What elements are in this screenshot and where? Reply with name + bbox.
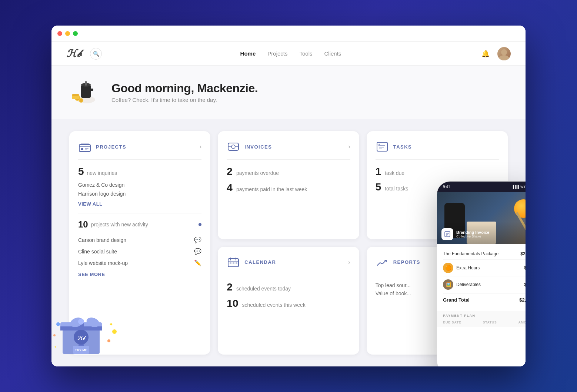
project-item-1[interactable]: Gomez & Co design xyxy=(78,180,201,189)
activity-item-1-name: Carson brand design xyxy=(78,237,126,243)
view-all-link[interactable]: VIEW ALL xyxy=(78,201,103,207)
close-button[interactable] xyxy=(57,31,62,36)
nav-clients-link[interactable]: Clients xyxy=(324,50,341,57)
svg-rect-5 xyxy=(90,89,93,91)
reports-icon xyxy=(376,256,389,269)
invoice-stat-1: 2 payments overdue xyxy=(227,166,350,177)
svg-rect-23 xyxy=(377,142,387,151)
user-avatar[interactable] xyxy=(497,47,511,60)
tasks-header-left: TASKS xyxy=(376,140,412,153)
invoices-card-title: INVOICES xyxy=(244,144,272,150)
reports-card-title: REPORTS xyxy=(393,259,420,265)
notifications-bell[interactable]: 🔔 xyxy=(480,48,491,60)
maximize-button[interactable] xyxy=(73,31,78,36)
traffic-lights xyxy=(57,31,78,36)
svg-rect-14 xyxy=(81,143,89,145)
activity-count: 10 xyxy=(78,219,88,230)
projects-arrow-icon[interactable]: › xyxy=(200,143,201,150)
phone-hero-image: Branding Invoice Collective Shake xyxy=(437,192,526,244)
invoice-icon xyxy=(441,228,453,240)
tasks-card-title: TASKS xyxy=(393,144,412,150)
line-item-1-name: The Fundamentals Package xyxy=(443,251,498,256)
inquiries-label: new inquiries xyxy=(87,170,117,176)
task-due-label: task due xyxy=(385,170,404,176)
svg-point-1 xyxy=(499,55,509,60)
payment-plan-section: PAYMENT PLAN DUE DATE STATUS AMOUNT xyxy=(437,311,526,327)
svg-rect-13 xyxy=(79,144,90,152)
calendar-week-count: 10 xyxy=(227,298,238,309)
invoice-badge-info: Branding Invoice Collective Shake xyxy=(456,230,489,238)
edit-icon-3: ✏️ xyxy=(194,259,201,266)
svg-rect-17 xyxy=(85,148,89,149)
signal-icon: ▐▐▐ xyxy=(512,185,519,189)
nav-home-link[interactable]: Home xyxy=(240,50,256,57)
project-item-2[interactable]: Harrison logo design xyxy=(78,189,201,198)
invoice-badge: Branding Invoice Collective Shake xyxy=(441,228,489,240)
phone-time: 9:41 xyxy=(443,185,450,189)
amount-header: AMOUNT xyxy=(518,320,526,324)
invoices-header-left: INVOICES xyxy=(227,140,272,153)
line-item-1-price: $2,000 xyxy=(520,251,526,256)
hero-illustration xyxy=(69,77,103,107)
comment-icon-2: 💬 xyxy=(194,248,201,255)
svg-point-50 xyxy=(56,322,60,326)
calendar-today-count: 2 xyxy=(227,281,233,293)
projects-icon xyxy=(78,140,91,153)
invoice-paid-count: 4 xyxy=(227,182,233,194)
activity-indicator xyxy=(199,223,201,226)
activity-header: 10 projects with new activity xyxy=(78,219,201,230)
minimize-button[interactable] xyxy=(65,31,70,36)
svg-point-49 xyxy=(112,329,117,334)
activity-item-1[interactable]: Carson brand design 💬 xyxy=(78,234,201,246)
new-inquiries-stat: 5 new inquiries xyxy=(78,166,201,177)
due-date-header: DUE DATE xyxy=(443,320,461,324)
svg-point-44 xyxy=(78,319,84,325)
section-divider xyxy=(78,213,201,213)
nav-center: Home Projects Tools Clients xyxy=(240,50,341,57)
see-more-link[interactable]: SEE MORE xyxy=(78,272,105,277)
phone-content: The Fundamentals Package $2,000 🟠 Extra … xyxy=(437,244,526,311)
calendar-today-label: scheduled events today xyxy=(236,286,291,292)
activity-item-3[interactable]: Lyle website mock-up ✏️ xyxy=(78,257,201,269)
line-item-3-name: Deliverables xyxy=(456,282,481,287)
greeting-heading: Good morning, Mackenzie. xyxy=(111,82,258,95)
calendar-icon xyxy=(227,256,240,269)
task-total-count: 5 xyxy=(376,181,381,193)
calendar-arrow-icon[interactable]: › xyxy=(348,259,350,266)
activity-item-2[interactable]: Cline social suite 💬 xyxy=(78,246,201,257)
line-item-2-price: $200 xyxy=(524,265,526,270)
invoice-overdue-label: payments overdue xyxy=(236,170,279,176)
projects-card-header: PROJECTS › xyxy=(78,140,201,160)
nav-right: 🔔 xyxy=(480,47,511,60)
svg-point-20 xyxy=(231,145,235,149)
line-item-3-with-icon: 🖼️ Deliverables xyxy=(443,279,481,290)
mac-titlebar xyxy=(51,26,526,42)
search-icon: 🔍 xyxy=(93,51,99,57)
nav-tools-link[interactable]: Tools xyxy=(299,50,312,57)
comment-icon-1: 💬 xyxy=(194,236,201,243)
svg-text:✦: ✦ xyxy=(54,345,57,349)
wifi-icon: WiFi xyxy=(520,185,526,189)
nav-projects-link[interactable]: Projects xyxy=(267,50,287,57)
top-nav: ℋ𝒷 🔍 Home Projects Tools Clients 🔔 xyxy=(51,42,526,66)
invoices-card-header: INVOICES › xyxy=(227,140,350,160)
status-header: STATUS xyxy=(483,320,497,324)
grand-total-row: Grand Total $2,400 xyxy=(443,293,526,306)
activity-item-3-name: Lyle website mock-up xyxy=(78,260,128,266)
svg-rect-31 xyxy=(230,262,231,264)
invoices-icon xyxy=(227,140,240,153)
svg-rect-33 xyxy=(236,262,237,264)
extra-hours-icon: 🟠 xyxy=(443,263,453,273)
greeting-subtitle: Coffee? Check. It's time to take on the … xyxy=(111,97,258,103)
svg-point-51 xyxy=(107,339,110,342)
svg-rect-34 xyxy=(445,232,450,237)
orange-prop xyxy=(514,199,526,218)
svg-rect-18 xyxy=(85,149,87,150)
deliverables-icon: 🖼️ xyxy=(443,279,453,290)
invoices-arrow-icon[interactable]: › xyxy=(348,143,350,150)
task-total-label: total tasks xyxy=(385,186,408,192)
search-button[interactable]: 🔍 xyxy=(90,48,102,60)
tasks-card-header: TASKS xyxy=(376,140,499,160)
nav-search: 🔍 xyxy=(90,48,102,60)
svg-rect-16 xyxy=(81,148,83,150)
